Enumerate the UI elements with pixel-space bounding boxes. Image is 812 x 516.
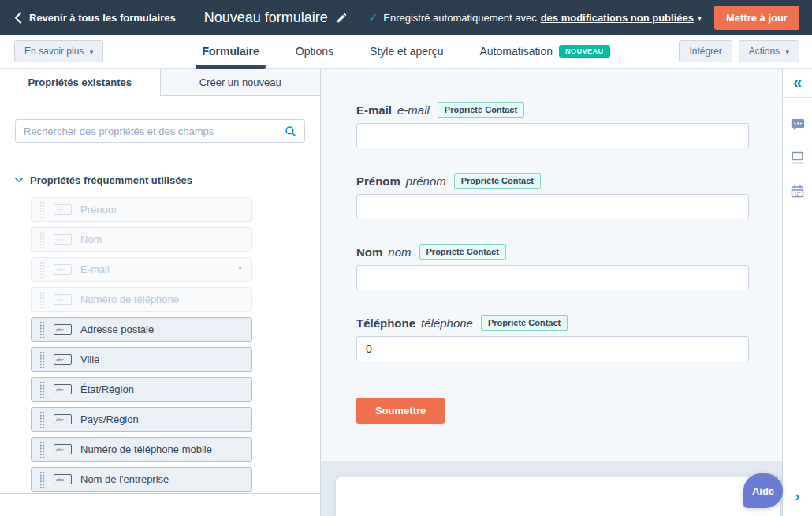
frequent-properties-section-header[interactable]: Propriétés fréquemment utilisées (15, 174, 305, 186)
abc-glyph: abc (56, 208, 64, 212)
property-list-item[interactable]: abc Numéro de téléphone mobile (31, 437, 252, 462)
back-to-forms-button[interactable]: Revenir à tous les formulaires (0, 12, 183, 24)
abc-glyph: abc (56, 267, 64, 272)
abc-glyph: abc (56, 477, 64, 482)
search-icon[interactable] (285, 125, 296, 137)
nav-tab[interactable]: Automatisation NOUVEAU (479, 35, 609, 68)
drag-handle-icon[interactable] (39, 351, 45, 368)
nav-tab[interactable]: Formulaire (202, 35, 259, 68)
learn-more-button[interactable]: En savoir plus ▾ (14, 40, 103, 62)
form-title-area: Nouveau formulaire (183, 9, 369, 26)
property-list-item[interactable]: abc Pays/Région (31, 407, 252, 432)
property-list-item[interactable]: abc Numéro de téléphone (31, 287, 252, 312)
field-label: Nom (356, 245, 382, 259)
field-header: E-mail e-mail Propriété Contact (356, 102, 749, 118)
integrate-button[interactable]: Intégrer (679, 40, 732, 62)
update-button[interactable]: Mettre à jour (714, 6, 799, 30)
property-list-item[interactable]: abc Nom (31, 227, 252, 252)
laptop-icon[interactable] (790, 151, 805, 164)
form-field[interactable]: Nom nom Propriété Contact (356, 244, 749, 290)
calendar-icon[interactable] (791, 185, 804, 198)
abc-glyph: abc (56, 447, 64, 452)
drag-handle-icon[interactable] (39, 261, 45, 278)
nav-tab-label: Style et aperçu (370, 45, 443, 58)
field-internal-name: téléphone (421, 316, 473, 330)
abc-glyph: abc (56, 237, 64, 242)
field-input[interactable] (356, 336, 749, 361)
property-type-badge: Propriété Contact (438, 102, 524, 118)
text-field-icon: abc (54, 444, 72, 454)
nav-tab[interactable]: Style et aperçu (370, 35, 443, 68)
text-field-icon: abc (54, 294, 72, 305)
field-input[interactable] (356, 265, 749, 290)
drag-handle-icon[interactable] (39, 381, 45, 398)
nav-right-buttons: Intégrer Actions ▾ (679, 40, 799, 62)
chevron-left-icon (14, 12, 22, 24)
expand-rail-icon[interactable]: › (795, 488, 799, 503)
actions-button[interactable]: Actions ▾ (739, 40, 799, 62)
property-label: Adresse postale (80, 323, 154, 335)
caret-down-icon[interactable]: ▾ (698, 13, 702, 22)
field-label: Téléphone (356, 316, 415, 330)
property-label: Pays/Région (80, 413, 139, 425)
property-label: Numéro de téléphone (80, 294, 179, 305)
property-list-item[interactable]: abc État/Région (31, 377, 252, 402)
property-list-item[interactable]: abc Adresse postale (31, 317, 252, 342)
form-field[interactable]: E-mail e-mail Propriété Contact (356, 102, 749, 148)
property-list-item[interactable]: abc Nom de l'entreprise (31, 467, 252, 492)
field-internal-name: e-mail (397, 103, 430, 117)
property-list-item[interactable]: abc Ville (31, 347, 252, 372)
text-field-icon: abc (54, 414, 72, 424)
drag-handle-icon[interactable] (39, 441, 45, 458)
property-label: Prénom (80, 204, 117, 215)
drag-handle-icon[interactable] (39, 231, 45, 248)
form-field[interactable]: Prénom prénom Propriété Contact (356, 173, 749, 219)
property-type-badge: Propriété Contact (454, 173, 541, 189)
text-field-icon: abc (54, 354, 72, 365)
nav-tab-label: Automatisation (479, 45, 553, 58)
autosave-status-text: Enregistré automatiquement avec (383, 12, 536, 24)
tab-existing-properties[interactable]: Propriétés existantes (0, 69, 161, 96)
help-button[interactable]: Aide (743, 473, 783, 508)
abc-glyph: abc (56, 297, 64, 302)
field-header: Téléphone téléphone Propriété Contact (356, 315, 749, 331)
drag-handle-icon[interactable] (39, 471, 45, 488)
form-field[interactable]: Téléphone téléphone Propriété Contact (356, 315, 749, 361)
field-internal-name: nom (388, 245, 411, 259)
drag-handle-icon[interactable] (39, 201, 45, 218)
nav-tabs: Formulaire Options Style et aperçu Autom… (202, 35, 609, 68)
drag-handle-icon[interactable] (39, 291, 45, 308)
edit-pencil-icon[interactable] (336, 12, 348, 24)
actions-label: Actions (749, 46, 780, 57)
property-label: Nom de l'entreprise (80, 473, 169, 485)
check-icon: ✓ (369, 11, 378, 24)
field-header: Nom nom Propriété Contact (356, 244, 749, 260)
property-list-item[interactable]: abc Prénom (31, 197, 252, 222)
save-status-area: ✓ Enregistré automatiquement avec des mo… (369, 6, 812, 30)
text-field-icon: abc (54, 234, 72, 245)
comments-icon[interactable] (791, 118, 805, 131)
property-list-item[interactable]: abc E-mail * (31, 257, 252, 282)
collapse-panel-icon[interactable]: « (793, 74, 802, 90)
abc-glyph: abc (56, 417, 64, 422)
unpublished-changes-link[interactable]: des modifications non publiées (541, 12, 694, 24)
caret-down-icon: ▾ (785, 48, 789, 56)
main-area: Propriétés existantes Créer un nouveau P… (0, 69, 812, 516)
submit-button[interactable]: Soumettre (356, 398, 445, 424)
nav-tab[interactable]: Options (296, 35, 333, 68)
nav-tab-label: Options (296, 45, 333, 58)
drag-handle-icon[interactable] (39, 321, 45, 338)
field-input[interactable] (356, 123, 749, 148)
caret-down-icon: ▾ (90, 48, 94, 56)
drag-handle-icon[interactable] (39, 411, 45, 428)
search-input[interactable] (24, 125, 285, 137)
section-title: Propriétés fréquemment utilisées (30, 174, 192, 186)
secondary-nav: En savoir plus ▾ Formulaire Options Styl… (0, 35, 812, 69)
property-type-badge: Propriété Contact (419, 244, 506, 260)
property-type-badge: Propriété Contact (481, 315, 568, 331)
field-header: Prénom prénom Propriété Contact (356, 173, 749, 189)
field-input[interactable] (356, 194, 749, 219)
tab-create-new[interactable]: Créer un nouveau (161, 69, 321, 96)
panel-tabs: Propriétés existantes Créer un nouveau (0, 69, 320, 96)
learn-more-label: En savoir plus (24, 46, 84, 57)
